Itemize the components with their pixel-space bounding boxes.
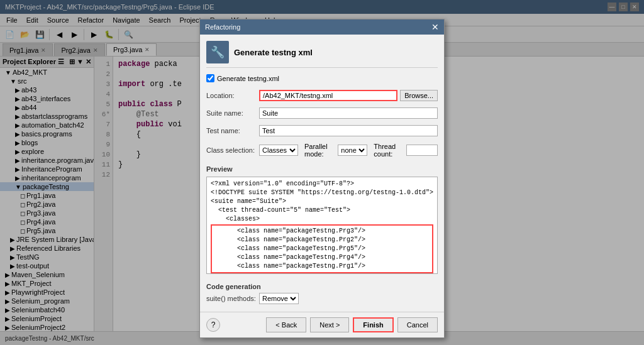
- generate-xml-checkbox[interactable]: [206, 74, 214, 82]
- dialog-body: 🔧 Generate testng xml Generate testng.xm…: [200, 35, 444, 312]
- suite-name-label: Suite name:: [206, 109, 257, 117]
- finish-button[interactable]: Finish: [353, 317, 393, 332]
- suite-method-label: suite() methods:: [206, 295, 257, 302]
- code-generation-label: Code generation: [206, 283, 438, 290]
- preview-line-2: <!DOCTYPE suite SYSTEM "https://testng.o…: [211, 189, 433, 197]
- preview-line-1: <?xml version="1.0" encoding="UTF-8"?>: [211, 180, 433, 189]
- preview-line-3: <suite name="Suite">: [211, 197, 433, 206]
- browse-button[interactable]: Browse...: [400, 90, 438, 101]
- refactoring-dialog: Refactoring ✕ 🔧 Generate testng xml Gene…: [199, 19, 445, 338]
- class-selection-label: Class selection:: [206, 146, 257, 154]
- dialog-button-bar: ? < Back Next > Finish Cancel: [200, 312, 444, 337]
- dialog-close-button[interactable]: ✕: [431, 23, 439, 31]
- preview-line-9: <class name="packageTestng.Prg4"/>: [214, 253, 430, 262]
- dialog-icon: 🔧: [206, 41, 229, 63]
- class-selection-select[interactable]: Classes: [259, 145, 298, 156]
- suite-method-row: suite() methods: Remove: [206, 293, 438, 304]
- dialog-overlay: Refactoring ✕ 🔧 Generate testng xml Gene…: [0, 0, 644, 345]
- class-selection-row: Class selection: Classes Parallel mode: …: [206, 143, 438, 158]
- help-button[interactable]: ?: [206, 318, 220, 332]
- back-button[interactable]: < Back: [266, 317, 306, 332]
- cancel-button[interactable]: Cancel: [397, 317, 438, 332]
- thread-count-input[interactable]: [406, 145, 438, 156]
- preview-line-10: <class name="packageTestng.Prg1"/>: [214, 262, 430, 271]
- dialog-subtitle: Generate testng xml: [234, 48, 313, 57]
- test-name-label: Test name:: [206, 127, 257, 134]
- parallel-mode-label: Parallel mode:: [304, 143, 333, 158]
- preview-line-5: <classes>: [211, 215, 433, 224]
- test-name-input[interactable]: [259, 125, 438, 136]
- preview-label: Preview: [206, 165, 438, 173]
- code-generation-section: Code generation suite() methods: Remove: [206, 280, 438, 305]
- suite-name-input[interactable]: [259, 107, 438, 119]
- location-label: Location:: [206, 92, 257, 99]
- dialog-title: Refactoring: [205, 23, 240, 31]
- preview-line-7: <class name="packageTestng.Prg2"/>: [214, 236, 430, 244]
- dialog-title-bar: Refactoring ✕: [200, 19, 444, 35]
- suite-method-select[interactable]: Remove: [259, 293, 299, 304]
- thread-count-label: Thread count:: [374, 143, 401, 158]
- parallel-mode-select[interactable]: none: [338, 145, 367, 156]
- suite-name-row: Suite name:: [206, 107, 438, 119]
- preview-line-8: <class name="packageTestng.Prg5"/>: [214, 244, 430, 253]
- generate-xml-label: Generate testng.xml: [217, 75, 279, 82]
- preview-line-6: <class name="packageTestng.Prg3"/>: [214, 227, 430, 236]
- next-button[interactable]: Next >: [310, 317, 349, 332]
- location-input[interactable]: [259, 90, 397, 101]
- preview-line-4: <test thread-count="5" name="Test">: [211, 206, 433, 215]
- preview-area: <?xml version="1.0" encoding="UTF-8"?> <…: [206, 177, 438, 274]
- checkbox-row: Generate testng.xml: [206, 74, 438, 82]
- preview-highlighted-block: <class name="packageTestng.Prg3"/> <clas…: [211, 224, 433, 273]
- dialog-header-section: 🔧 Generate testng xml: [206, 41, 438, 68]
- test-name-row: Test name:: [206, 125, 438, 136]
- location-row: Location: Browse...: [206, 90, 438, 101]
